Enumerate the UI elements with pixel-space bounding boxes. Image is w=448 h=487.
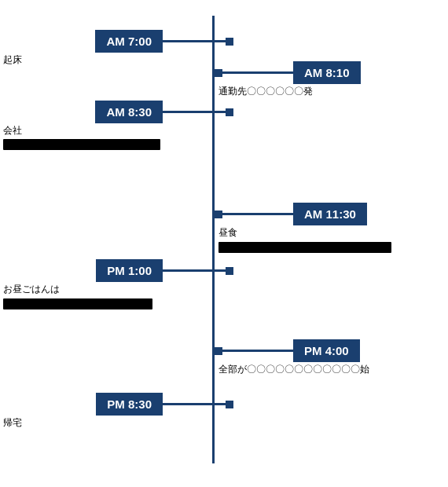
left-timeline-item-pm830: PM 8:30 <box>96 393 233 416</box>
dot-am810 <box>215 69 222 77</box>
time-badge-pm830: PM 8:30 <box>96 393 163 416</box>
time-badge-am700: AM 7:00 <box>95 30 163 53</box>
connector-pm100 <box>163 269 226 272</box>
dot-am830 <box>226 108 233 116</box>
time-badge-pm100: PM 1:00 <box>96 259 163 282</box>
dot-am700 <box>226 38 233 46</box>
time-badge-am830: AM 8:30 <box>95 101 163 123</box>
desc-am830: 会社 <box>3 124 22 137</box>
dot-pm100 <box>226 267 233 275</box>
left-timeline-item-am700: AM 7:00 <box>95 30 233 53</box>
desc-pm100: お昼ごはんは <box>3 283 60 296</box>
redacted-bar-am830-0 <box>3 139 160 150</box>
connector-am700 <box>163 40 226 42</box>
connector-pm830 <box>163 403 226 405</box>
time-badge-am810: AM 8:10 <box>293 61 361 84</box>
right-timeline-item-am1130: AM 11:30 <box>215 203 367 225</box>
dot-am1130 <box>215 211 222 218</box>
desc-pm400: 全部が〇〇〇〇〇〇〇〇〇〇〇〇始 <box>218 363 369 376</box>
connector-pm400 <box>222 350 293 352</box>
right-timeline-item-am810: AM 8:10 <box>215 61 361 84</box>
timeline-container: AM 7:00起床AM 8:30会社PM 1:00お昼ごはんはPM 8:30帰宅… <box>0 0 448 487</box>
left-timeline-item-pm100: PM 1:00 <box>96 259 233 282</box>
connector-am1130 <box>222 213 293 215</box>
connector-am830 <box>163 111 226 113</box>
redacted-bar-pm100-0 <box>3 298 152 309</box>
desc-pm830: 帰宅 <box>3 416 22 430</box>
dot-pm400 <box>215 347 222 355</box>
desc-am810: 通勤先〇〇〇〇〇〇発 <box>218 85 313 98</box>
time-badge-am1130: AM 11:30 <box>293 203 367 225</box>
desc-am700: 起床 <box>3 53 22 67</box>
dot-pm830 <box>226 401 233 408</box>
redacted-bar-am1130-0 <box>218 242 391 253</box>
time-badge-pm400: PM 4:00 <box>293 339 360 362</box>
connector-am810 <box>222 71 293 74</box>
left-timeline-item-am830: AM 8:30 <box>95 101 233 123</box>
right-timeline-item-pm400: PM 4:00 <box>215 339 360 362</box>
desc-am1130: 昼食 <box>218 226 237 240</box>
